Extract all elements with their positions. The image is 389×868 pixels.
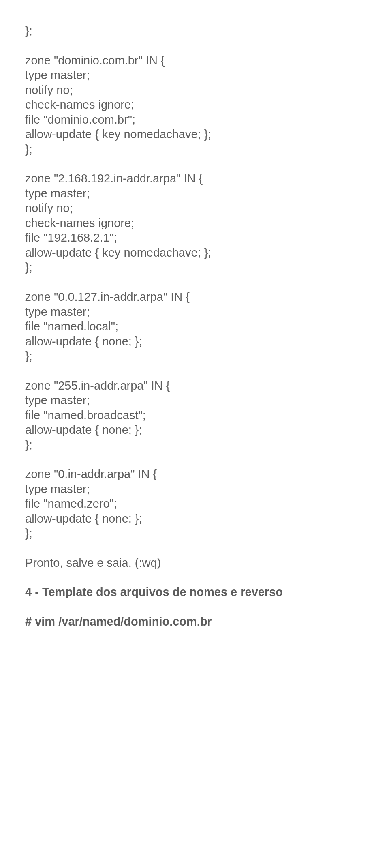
text-line: zone "0.0.127.in-addr.arpa" IN { [25,289,364,304]
text-line: }; [25,437,364,452]
text-line: zone "0.in-addr.arpa" IN { [25,467,364,482]
text-line: notify no; [25,83,364,98]
text-line: 4 - Template dos arquivos de nomes e rev… [25,585,364,600]
text-line: type master; [25,482,364,497]
text-line: check-names ignore; [25,97,364,112]
text-line: zone "2.168.192.in-addr.arpa" IN { [25,171,364,186]
text-line: file "named.local"; [25,319,364,334]
text-line: type master; [25,68,364,83]
text-line: }; [25,526,364,541]
text-line: notify no; [25,201,364,216]
text-line: Pronto, salve e saia. (:wq) [25,555,364,570]
text-line: check-names ignore; [25,216,364,231]
text-line: type master; [25,304,364,319]
text-block: Pronto, salve e saia. (:wq) [25,555,364,570]
text-line: file "named.zero"; [25,496,364,511]
text-block: zone "0.in-addr.arpa" IN {type master;fi… [25,467,364,541]
text-line: zone "255.in-addr.arpa" IN { [25,378,364,393]
text-line: }; [25,24,364,39]
text-line: allow-update { none; }; [25,422,364,437]
document-body: };zone "dominio.com.br" IN {type master;… [25,24,364,629]
text-block: 4 - Template dos arquivos de nomes e rev… [25,585,364,600]
text-line: file "named.broadcast"; [25,408,364,423]
text-line: type master; [25,186,364,201]
text-line: zone "dominio.com.br" IN { [25,53,364,68]
text-block: }; [25,24,364,39]
text-line: allow-update { key nomedachave; }; [25,245,364,260]
text-line: }; [25,142,364,157]
text-block: zone "255.in-addr.arpa" IN {type master;… [25,378,364,452]
text-line: file "dominio.com.br"; [25,112,364,127]
text-line: }; [25,349,364,364]
text-line: # vim /var/named/dominio.com.br [25,614,364,629]
text-line: allow-update { none; }; [25,511,364,526]
text-block: zone "dominio.com.br" IN {type master;no… [25,53,364,157]
text-line: file "192.168.2.1"; [25,230,364,245]
text-block: zone "2.168.192.in-addr.arpa" IN {type m… [25,171,364,275]
text-line: allow-update { none; }; [25,334,364,349]
text-line: allow-update { key nomedachave; }; [25,127,364,142]
text-block: # vim /var/named/dominio.com.br [25,614,364,629]
text-block: zone "0.0.127.in-addr.arpa" IN {type mas… [25,289,364,364]
text-line: type master; [25,393,364,408]
text-line: }; [25,260,364,275]
